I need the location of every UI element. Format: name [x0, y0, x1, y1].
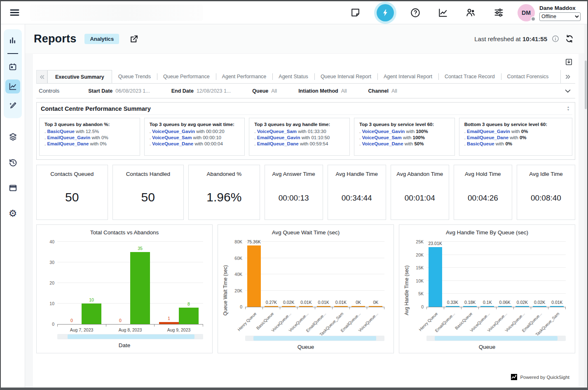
kpi-value: 00:08:40 — [531, 194, 561, 203]
queue-link[interactable]: VoiceQueue_Dane — [152, 141, 193, 146]
chart-scrollbar[interactable] — [57, 334, 203, 339]
summary-card-item: . BasicQueue with 12.5% — [45, 129, 135, 134]
tab-queue-trends[interactable]: Queue Trends — [112, 70, 157, 83]
calendar-icon[interactable] — [5, 60, 20, 74]
tab-contact-trace-record[interactable]: Contact Trace Record — [438, 70, 501, 83]
summary-card-item: . EmailQueue_Gavin with 0% — [464, 129, 567, 134]
bar-cell-voicequeue: 0.1K — [479, 242, 496, 307]
chart-scrollbar-thumb[interactable] — [68, 334, 194, 339]
avatar[interactable]: DM — [518, 4, 535, 21]
tabs-scroll-left-icon[interactable] — [36, 70, 47, 83]
queue-link[interactable]: EmailQueue_Gavin — [47, 135, 90, 140]
summary-card: Top 3 queues by avg queue wait time:. Vo… — [144, 118, 245, 156]
queue-link[interactable]: VoiceQueue_Sam — [362, 135, 401, 140]
chart-scrollbar[interactable] — [426, 336, 566, 341]
controls-collapse-icon[interactable] — [563, 86, 573, 96]
queue-link[interactable]: VoiceQueue_Gavin — [362, 129, 405, 134]
bar-cell-emailqueue: 0.33K — [444, 242, 461, 307]
plot-area: 020K40K60K80K75.36K0.27K0.02K0.01K0.01K0… — [245, 242, 384, 307]
summary-card-item: . VoiceQueue_Sam with 01:33:30 — [254, 129, 344, 134]
filter-queue[interactable]: QueueAll — [252, 88, 277, 94]
tab-queue-performance[interactable]: Queue Performance — [157, 70, 216, 83]
queue-link[interactable]: EmailQueue_Dane — [467, 135, 508, 140]
queue-link[interactable]: VoiceQueue_Sam — [257, 129, 297, 134]
page-scrollbar[interactable] — [584, 24, 587, 388]
quick-actions-bolt-icon[interactable] — [377, 4, 394, 21]
queue-link[interactable]: BasicQueue — [467, 141, 494, 146]
tabs-scroll-right-icon[interactable] — [560, 70, 575, 83]
agents-icon[interactable] — [464, 6, 477, 19]
filter-value: 12/08/2023 1... — [197, 88, 231, 94]
bar-column: 0.02K — [533, 300, 546, 307]
x-axis-ticks — [245, 307, 384, 309]
queue-link[interactable]: EmailQueue_Dane — [47, 141, 89, 146]
open-external-icon[interactable] — [128, 33, 140, 45]
y-tick-label: 30 — [49, 260, 54, 265]
filter-intiation-method[interactable]: Intiation MethodAll — [298, 88, 347, 94]
menu-icon[interactable] — [8, 6, 21, 19]
bar-column: 0K — [351, 300, 365, 307]
metrics-icon[interactable] — [437, 7, 449, 19]
bar-column: 0.01K — [334, 300, 348, 307]
bar-column: 1 — [159, 316, 179, 324]
help-icon[interactable] — [409, 7, 422, 19]
bar — [446, 306, 459, 307]
chart-scrollbar[interactable] — [245, 336, 384, 341]
filter-value: All — [271, 88, 277, 94]
chart-scrollbar-thumb[interactable] — [435, 336, 557, 341]
topbar-icon-group — [349, 4, 505, 21]
download-icon[interactable] — [564, 57, 574, 67]
agent-status-select[interactable]: Offline — [539, 12, 581, 21]
queue-link[interactable]: BasicQueue — [47, 129, 74, 134]
bar-group-aug-7-2023: 010 — [57, 242, 106, 324]
y-tick-label: 60K — [234, 256, 242, 261]
queue-link[interactable]: VoiceQueue_Dane — [362, 141, 403, 146]
tab-queue-interval-report[interactable]: Queue Interval Report — [314, 70, 377, 83]
queue-link[interactable]: VoiceQueue_Gavin — [152, 129, 195, 134]
layers-icon[interactable] — [5, 130, 20, 144]
tab-agent-performance[interactable]: Agent Performance — [216, 70, 273, 83]
summary-card-item: . EmailQueue_Dane with 0% — [45, 141, 135, 146]
line-chart-icon[interactable] — [5, 79, 20, 93]
bar-column: 0.02K — [282, 300, 295, 307]
queue-link[interactable]: EmailQueue_Dane — [257, 141, 299, 146]
x-tick — [245, 307, 262, 309]
refresh-icon[interactable] — [564, 33, 575, 44]
chart-title: Avg Handle Time By Queue (sec) — [403, 229, 571, 236]
queue-link[interactable]: EmailQueue_Gavin — [467, 129, 510, 134]
bar-column: 23.01K — [428, 241, 442, 307]
tab-contact-forensics[interactable]: Contact Forensics — [501, 70, 555, 83]
bar-chart-icon[interactable] — [5, 33, 20, 47]
summary-card-title: Top 3 queues by abandon %: — [45, 122, 135, 127]
logo-placeholder — [30, 5, 203, 21]
annotate-brush-icon[interactable] — [5, 99, 20, 113]
bar-column: 0 — [110, 318, 130, 324]
chart-scrollbar-thumb[interactable] — [253, 336, 376, 341]
window-icon[interactable] — [5, 181, 20, 195]
filter-start-date[interactable]: Start Date06/08/2023 1... — [88, 88, 150, 94]
notes-icon[interactable] — [349, 7, 361, 19]
filter-end-date[interactable]: End Date12/08/2023 1... — [171, 88, 231, 94]
info-icon[interactable] — [551, 34, 560, 43]
preferences-sliders-icon[interactable] — [492, 6, 505, 19]
filter-label: Channel — [368, 88, 389, 94]
page-title: Reports — [34, 33, 76, 45]
summary-card-value: 100% — [416, 129, 428, 134]
quicksight-logo-icon — [511, 374, 517, 380]
bar-column: 0 — [62, 318, 82, 324]
kpi-value: 50 — [65, 190, 79, 204]
queue-link[interactable]: EmailQueue_Gavin — [257, 135, 300, 140]
summary-card-value: 00:00:20 — [206, 129, 225, 134]
queue-link[interactable]: VoiceQueue_Sam — [152, 135, 192, 140]
x-tick — [461, 307, 478, 309]
summary-scrollbar[interactable]: ▲▼ — [566, 106, 571, 111]
tab-executive-summary[interactable]: Executive Summary — [47, 70, 112, 83]
tab-agent-interval-report[interactable]: Agent Interval Report — [377, 70, 438, 83]
bar-value-label: 0.01K — [551, 300, 562, 305]
settings-gear-icon[interactable]: ⚙ — [5, 206, 20, 220]
page-scrollbar-thumb[interactable] — [585, 61, 587, 109]
tab-agent-status[interactable]: Agent Status — [272, 70, 314, 83]
filter-channel[interactable]: ChannelAll — [368, 88, 397, 94]
history-icon[interactable] — [5, 155, 20, 169]
y-axis-label-text: Avg Handle Time (sec) — [404, 265, 410, 315]
